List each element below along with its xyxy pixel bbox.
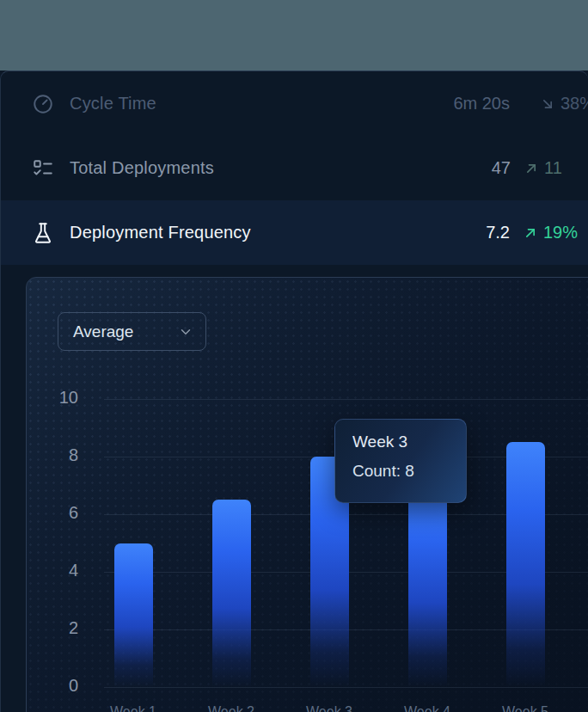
bar-week-5[interactable] — [506, 442, 545, 687]
y-tick-label-0: 0 — [49, 676, 78, 696]
arrow-up-right-icon — [522, 224, 539, 242]
dashboard-screen: { "metrics": { "rows": [ { "icon": "time… — [0, 0, 588, 712]
x-tick-label-1: Week 1 — [110, 704, 156, 712]
top-strip — [0, 0, 588, 71]
arrow-down-right-icon — [539, 95, 556, 113]
chart-tooltip: Week 3 Count: 8 — [334, 419, 467, 503]
bar-week-2[interactable] — [212, 500, 251, 687]
metric-change: 11 — [523, 158, 578, 178]
tooltip-value: Count: 8 — [352, 462, 449, 481]
x-tick-label-3: Week 3 — [306, 704, 352, 712]
average-dropdown[interactable]: Average — [58, 312, 206, 351]
metric-value: 47 — [492, 158, 511, 178]
tooltip-title: Week 3 — [352, 433, 449, 451]
metric-value: 6m 20s — [453, 94, 510, 114]
checklist-icon — [32, 157, 54, 180]
metric-label: Deployment Frequency — [70, 223, 486, 242]
metric-change-value: 11 — [544, 158, 562, 178]
y-tick-label-2: 2 — [49, 618, 78, 638]
bar-week-4[interactable] — [408, 486, 447, 688]
bar-week-1[interactable] — [114, 543, 153, 688]
metric-label: Total Deployments — [70, 158, 492, 178]
flask-icon — [32, 222, 54, 244]
gridline-y-0 — [104, 687, 588, 688]
metric-change: 38% — [539, 94, 588, 114]
dropdown-selected-label: Average — [73, 322, 133, 341]
metric-value: 7.2 — [486, 223, 510, 242]
metric-change: 19% — [522, 223, 578, 242]
metric-row-total-deployments[interactable]: Total Deployments 47 11 — [1, 136, 588, 200]
metric-change-value: 19% — [543, 223, 578, 242]
y-tick-label-6: 6 — [49, 503, 78, 523]
y-tick-label-4: 4 — [49, 561, 78, 580]
gridline-y-10 — [104, 399, 588, 400]
arrow-up-right-icon — [523, 160, 540, 177]
y-tick-label-10: 10 — [49, 388, 78, 408]
metric-change-value: 38% — [560, 94, 588, 114]
x-tick-label-5: Week 5 — [502, 704, 548, 712]
metric-label: Cycle Time — [70, 94, 453, 114]
metric-row-cycle-time[interactable]: Cycle Time 6m 20s 38% — [1, 71, 588, 136]
timer-icon — [32, 93, 54, 115]
metric-row-deployment-frequency[interactable]: Deployment Frequency 7.2 19% — [1, 200, 588, 265]
deployment-frequency-chart-card: Average Week 3 Count: 8 0246810Week 1Wee… — [26, 277, 588, 712]
x-tick-label-2: Week 2 — [208, 704, 254, 712]
x-tick-label-4: Week 4 — [404, 704, 450, 712]
chevron-down-icon — [178, 324, 193, 340]
y-tick-label-8: 8 — [49, 445, 78, 465]
